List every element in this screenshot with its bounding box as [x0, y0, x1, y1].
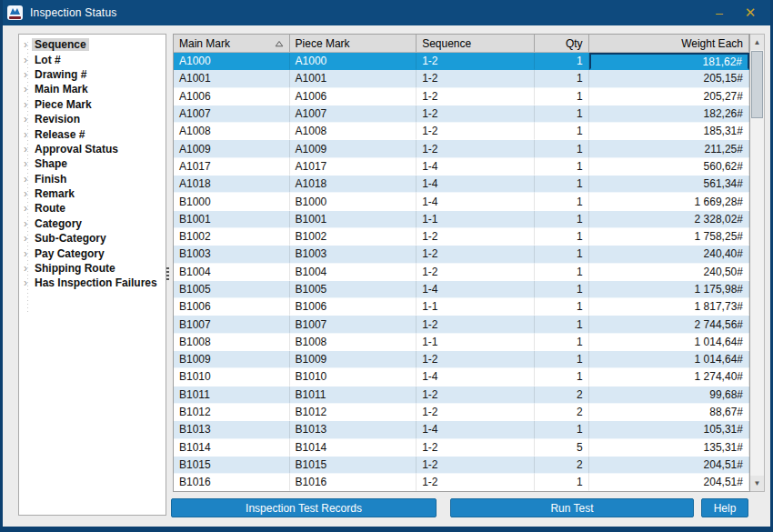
chevron-right-icon[interactable]: › — [19, 128, 32, 141]
cell-qty[interactable]: 1 — [535, 334, 589, 351]
cell-qty[interactable]: 1 — [535, 491, 589, 492]
cell-qty[interactable]: 1 — [535, 298, 589, 316]
cell-main-mark[interactable]: B1005 — [174, 281, 290, 298]
sidebar-item-revision[interactable]: ›Revision — [19, 112, 166, 126]
cell-main-mark[interactable]: B1017 — [174, 491, 290, 492]
chevron-right-icon[interactable]: › — [19, 247, 32, 260]
scroll-up-icon[interactable]: ▲ — [750, 35, 764, 50]
cell-weight-each[interactable]: 561,34# — [589, 176, 749, 193]
cell-main-mark[interactable]: B1000 — [174, 193, 290, 210]
cell-sequence[interactable]: 1-2 — [417, 140, 535, 157]
cell-sequence[interactable]: 1-2 — [417, 316, 535, 333]
cell-qty[interactable]: 2 — [535, 386, 589, 404]
sidebar-item-category[interactable]: ›Category — [19, 216, 166, 231]
cell-sequence[interactable]: 1-2 — [417, 404, 535, 421]
cell-piece-mark[interactable]: B1013 — [290, 421, 417, 438]
cell-qty[interactable]: 1 — [535, 158, 589, 176]
cell-main-mark[interactable]: A1000 — [174, 53, 290, 70]
cell-sequence[interactable]: 1-4 — [417, 176, 535, 193]
column-header-weight-each[interactable]: Weight Each — [589, 35, 749, 52]
sidebar-item-approval-status[interactable]: ›Approval Status — [19, 142, 166, 156]
column-header-qty[interactable]: Qty — [535, 35, 589, 52]
cell-qty[interactable]: 1 — [535, 246, 589, 263]
cell-weight-each[interactable]: 211,25# — [589, 140, 749, 157]
cell-piece-mark[interactable]: B1016 — [290, 474, 417, 491]
cell-qty[interactable]: 1 — [535, 474, 589, 491]
cell-piece-mark[interactable]: B1007 — [290, 316, 417, 333]
cell-qty[interactable]: 1 — [535, 140, 589, 157]
cell-sequence[interactable]: 1-2 — [417, 53, 535, 70]
sidebar-item-shape[interactable]: ›Shape — [19, 156, 166, 171]
cell-main-mark[interactable]: B1001 — [174, 211, 290, 228]
cell-qty[interactable]: 1 — [535, 70, 589, 87]
table-row[interactable]: B1016B10161-21204,51# — [174, 474, 749, 491]
table-row[interactable]: A1017A10171-41560,62# — [174, 158, 749, 176]
cell-piece-mark[interactable]: B1005 — [290, 281, 417, 298]
chevron-right-icon[interactable]: › — [19, 262, 32, 275]
cell-weight-each[interactable]: 205,27# — [589, 88, 749, 105]
chevron-right-icon[interactable]: › — [19, 143, 32, 156]
inspection-test-records-button[interactable]: Inspection Test Records — [171, 498, 437, 517]
cell-weight-each[interactable]: 1 014,64# — [589, 334, 749, 351]
cell-qty[interactable]: 1 — [535, 123, 589, 140]
run-test-button[interactable]: Run Test — [450, 498, 694, 517]
table-row[interactable]: A1006A10061-21205,27# — [174, 88, 749, 105]
table-row[interactable]: B1002B10021-211 758,25# — [174, 228, 749, 246]
sidebar-item-remark[interactable]: ›Remark — [19, 186, 166, 201]
cell-main-mark[interactable]: B1010 — [174, 368, 290, 386]
table-row[interactable]: B1005B10051-411 175,98# — [174, 281, 749, 298]
cell-weight-each[interactable]: 99,68# — [589, 386, 749, 404]
cell-qty[interactable]: 1 — [535, 228, 589, 246]
cell-piece-mark[interactable]: B1003 — [290, 246, 417, 263]
table-row[interactable]: B1001B10011-112 328,02# — [174, 211, 749, 228]
cell-sequence[interactable]: 1-4 — [417, 421, 535, 438]
cell-weight-each[interactable]: 1 669,28# — [589, 193, 749, 210]
chevron-right-icon[interactable]: › — [19, 38, 32, 51]
cell-sequence[interactable]: 1-1 — [417, 298, 535, 316]
cell-main-mark[interactable]: A1009 — [174, 140, 290, 157]
sidebar-item-route[interactable]: ›Route — [19, 201, 166, 216]
cell-piece-mark[interactable]: B1004 — [290, 264, 417, 281]
cell-main-mark[interactable]: B1008 — [174, 334, 290, 351]
cell-main-mark[interactable]: A1018 — [174, 176, 290, 193]
cell-piece-mark[interactable]: B1012 — [290, 404, 417, 421]
cell-weight-each[interactable]: 1 758,25# — [589, 228, 749, 246]
cell-piece-mark[interactable]: B1015 — [290, 457, 417, 474]
sidebar-item-main-mark[interactable]: ›Main Mark — [19, 82, 166, 96]
cell-piece-mark[interactable]: B1008 — [290, 334, 417, 351]
cell-qty[interactable]: 1 — [535, 193, 589, 210]
cell-weight-each[interactable]: 204,51# — [589, 457, 749, 474]
cell-weight-each[interactable]: 1 014,64# — [589, 351, 749, 368]
cell-piece-mark[interactable]: A1008 — [290, 123, 417, 140]
cell-sequence[interactable]: 1-2 — [417, 88, 535, 105]
cell-main-mark[interactable]: A1001 — [174, 70, 290, 87]
cell-weight-each[interactable]: 185,31# — [589, 123, 749, 140]
sidebar-item-sequence[interactable]: ›Sequence — [19, 37, 166, 52]
cell-sequence[interactable]: 1-2 — [417, 386, 535, 404]
cell-main-mark[interactable]: B1012 — [174, 404, 290, 421]
column-header-main-mark[interactable]: Main Mark — [174, 35, 290, 52]
cell-piece-mark[interactable]: B1011 — [290, 386, 417, 404]
cell-main-mark[interactable]: A1007 — [174, 105, 290, 123]
cell-weight-each[interactable]: 182,26# — [589, 105, 749, 123]
cell-main-mark[interactable]: B1015 — [174, 457, 290, 474]
cell-weight-each[interactable]: 1 274,40# — [589, 368, 749, 386]
cell-sequence[interactable]: 1-2 — [417, 105, 535, 123]
table-row[interactable]: B1011B10111-2299,68# — [174, 386, 749, 404]
cell-piece-mark[interactable]: B1010 — [290, 368, 417, 386]
cell-qty[interactable]: 1 — [535, 281, 589, 298]
cell-main-mark[interactable]: A1017 — [174, 158, 290, 176]
cell-sequence[interactable]: 1-2 — [417, 70, 535, 87]
cell-sequence[interactable]: 1-2 — [417, 474, 535, 491]
cell-main-mark[interactable]: B1003 — [174, 246, 290, 263]
table-row[interactable]: B1003B10031-21240,40# — [174, 246, 749, 263]
column-header-sequence[interactable]: Sequence — [417, 35, 535, 52]
cell-piece-mark[interactable]: B1000 — [290, 193, 417, 210]
cell-piece-mark[interactable]: B1014 — [290, 439, 417, 457]
column-header-piece-mark[interactable]: Piece Mark — [290, 35, 417, 52]
chevron-right-icon[interactable]: › — [19, 83, 32, 95]
chevron-right-icon[interactable]: › — [19, 202, 32, 215]
sidebar-item-has-inspection-failures[interactable]: ›Has Inspection Failures — [19, 276, 166, 290]
cell-weight-each[interactable]: 2 328,02# — [589, 211, 749, 228]
cell-qty[interactable]: 1 — [535, 421, 589, 438]
